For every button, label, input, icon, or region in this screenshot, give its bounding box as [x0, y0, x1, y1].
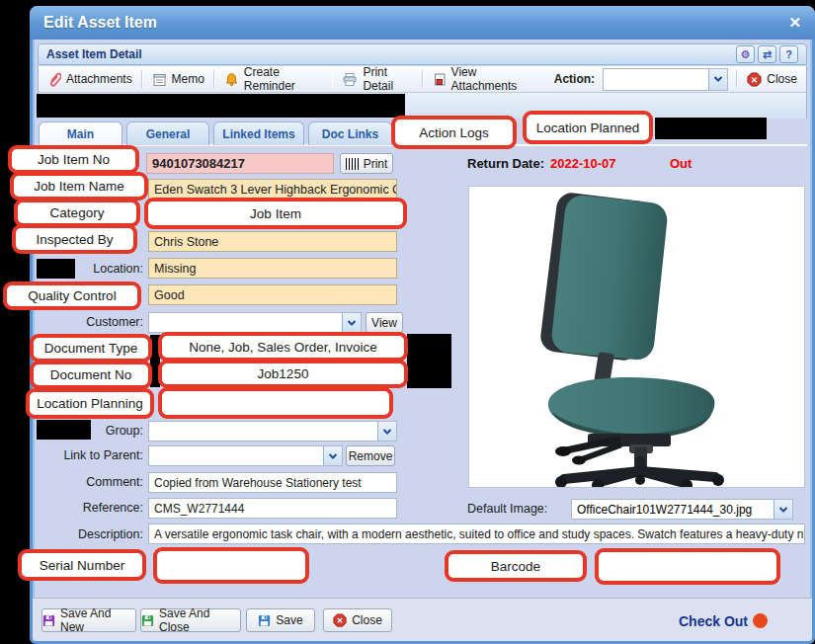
dialog-close-icon[interactable]: ✕ — [788, 14, 801, 32]
check-out-status-dot — [753, 613, 768, 628]
reference-input[interactable]: CMS_W2771444 — [148, 498, 397, 519]
gear-icon[interactable]: ⚙ — [736, 45, 755, 63]
comment-label: Comment: — [35, 475, 143, 489]
annotation-serial-number-value — [153, 547, 309, 584]
dialog-titlebar: Edit Asset Item ✕ — [30, 6, 815, 40]
link-to-parent-label: Link to Parent: — [35, 448, 143, 462]
memo-label: Memo — [172, 72, 204, 86]
save-and-close-button[interactable]: Save And Close — [140, 608, 241, 632]
print-label: Print — [364, 157, 388, 171]
chevron-down-icon — [377, 422, 396, 441]
annotation-location-planning: Location Planning — [26, 388, 154, 419]
annotation-inspected-by: Inspected By — [12, 224, 137, 254]
close-octagon-icon: ✕ — [333, 613, 347, 627]
chevron-down-icon — [708, 69, 727, 90]
group-select[interactable] — [148, 421, 397, 442]
attachment-file-icon — [433, 72, 447, 87]
panel-header: Asset Item Detail ⚙ ⇄ ? — [38, 43, 807, 65]
attachments-label: Attachments — [66, 72, 132, 86]
action-label: Action: — [542, 72, 599, 86]
tab-main[interactable]: Main — [39, 121, 122, 145]
memo-button[interactable]: Memo — [143, 66, 213, 92]
action-select-value — [604, 69, 708, 90]
status-out-badge: Out — [670, 156, 692, 171]
redaction-block — [407, 334, 451, 388]
description-input[interactable]: A versatile ergonomic task chair, with a… — [148, 523, 805, 544]
save-icon — [258, 614, 271, 627]
annotation-serial-number: Serial Number — [18, 549, 146, 581]
default-image-select[interactable]: OfficeChair101W2771444_30.jpg — [571, 499, 793, 520]
job-item-no-field[interactable]: 9401073084217 — [146, 153, 334, 174]
redaction-block — [655, 118, 767, 139]
screen: Edit Asset Item ✕ Asset Item Detail ⚙ ⇄ … — [0, 0, 815, 644]
description-label: Description: — [35, 527, 143, 541]
attachments-button[interactable]: Attachments — [39, 66, 141, 92]
annotation-category: Category — [14, 199, 140, 227]
asset-image — [468, 186, 805, 488]
toolbar-close-label: Close — [767, 72, 797, 86]
quality-control-field[interactable]: Good — [148, 284, 397, 305]
paperclip-icon — [47, 71, 61, 87]
annotation-barcode: Barcode — [445, 550, 587, 582]
print-barcode-button[interactable]: Print — [340, 153, 393, 174]
tab-doc-links[interactable]: Doc Links — [308, 121, 392, 145]
save-icon — [141, 614, 154, 627]
customer-select[interactable] — [148, 312, 362, 333]
svg-text:✕: ✕ — [337, 616, 344, 625]
create-reminder-button[interactable]: Create Reminder — [215, 66, 332, 92]
customer-label: Customer: — [44, 315, 143, 329]
tab-linked-items[interactable]: Linked Items — [213, 121, 304, 145]
redaction-block — [37, 94, 405, 118]
annotation-document-type-value: None, Job, Sales Order, Invoice — [158, 332, 408, 362]
dialog-title: Edit Asset Item — [43, 14, 157, 32]
print-detail-button[interactable]: Print Detail — [333, 66, 421, 92]
refresh-icon[interactable]: ⇄ — [758, 45, 776, 63]
annotation-job-item-no: Job Item No — [8, 145, 139, 174]
office-chair-illustration — [469, 187, 804, 487]
annotation-document-type: Document Type — [30, 334, 152, 362]
annotation-job-item-value: Job Item — [144, 198, 407, 229]
annotation-location-planned: Location Planned — [523, 111, 653, 144]
action-select[interactable] — [603, 68, 728, 91]
view-attachments-button[interactable]: View Attachments — [424, 66, 542, 92]
toolbar: Attachments Memo Create Reminder Print D… — [38, 66, 807, 93]
memo-icon — [152, 72, 167, 87]
panel-title: Asset Item Detail — [46, 47, 142, 61]
create-reminder-label: Create Reminder — [244, 65, 323, 93]
printer-icon — [342, 72, 358, 87]
annotation-barcode-value — [595, 548, 780, 585]
annotation-quality-control: Quality Control — [3, 282, 141, 310]
save-icon — [42, 614, 55, 627]
link-to-parent-select[interactable] — [148, 445, 343, 466]
return-date-label: Return Date: — [467, 156, 544, 171]
annotation-document-no-value: Job1250 — [158, 360, 408, 388]
close-octagon-icon: ✕ — [747, 72, 762, 87]
annotation-action-logs: Action Logs — [391, 116, 517, 149]
customer-view-button[interactable]: View — [366, 312, 403, 333]
reference-label: Reference: — [35, 501, 143, 515]
location-field[interactable]: Missing — [148, 258, 397, 279]
redaction-block — [37, 420, 91, 440]
tab-general[interactable]: General — [126, 121, 209, 145]
annotation-location-planning-value — [158, 387, 393, 419]
job-item-name-field[interactable]: Eden Swatch 3 Lever Highback Ergonomic C… — [148, 179, 397, 200]
location-label: Location: — [77, 262, 143, 276]
save-and-new-button[interactable]: Save And New — [41, 608, 136, 632]
close-button[interactable]: ✕ Close — [323, 608, 392, 632]
remove-button[interactable]: Remove — [346, 445, 395, 466]
return-date-value: 2022-10-07 — [550, 156, 616, 171]
view-attachments-label: View Attachments — [451, 65, 533, 93]
print-detail-label: Print Detail — [363, 65, 412, 93]
toolbar-close-button[interactable]: ✕ Close — [738, 66, 806, 92]
barcode-icon — [346, 158, 359, 170]
help-icon[interactable]: ? — [779, 45, 798, 63]
chevron-down-icon — [342, 313, 361, 332]
redaction-block — [37, 259, 75, 279]
check-out-label[interactable]: Check Out — [672, 613, 748, 629]
comment-input[interactable]: Copied from Warehouse Stationery test — [148, 472, 397, 493]
save-button[interactable]: Save — [246, 608, 315, 632]
default-image-label: Default Image: — [467, 502, 566, 516]
chevron-down-icon — [774, 500, 792, 519]
inspected-by-field[interactable]: Chris Stone — [148, 231, 397, 252]
group-label: Group: — [94, 424, 143, 438]
